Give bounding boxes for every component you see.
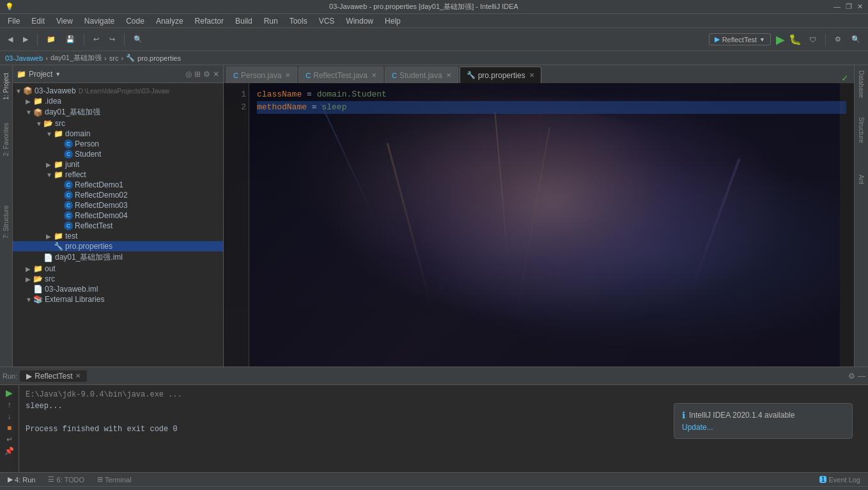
tab-person[interactable]: C Person.java ✕ (226, 67, 297, 83)
tree-item-day01iml[interactable]: 📄 day01_基础加强.iml (13, 251, 223, 264)
toolbar-search[interactable]: 🔍 (130, 34, 146, 45)
tree-item-junit[interactable]: ▶ 📁 junit (13, 159, 223, 170)
menu-navigate[interactable]: Navigate (79, 15, 120, 27)
structure-tab[interactable]: Structure (856, 115, 866, 146)
tree-dropdown-icon[interactable]: ▼ (55, 71, 61, 77)
tree-locate-btn[interactable]: ◎ (185, 70, 192, 79)
run-scroll-down[interactable]: ↓ (8, 412, 12, 421)
run-pin-btn[interactable]: 📌 (4, 447, 14, 455)
tree-item-webiml[interactable]: 📄 03-Javaweb.iml (13, 284, 223, 294)
menu-file[interactable]: File (3, 15, 25, 27)
tree-item-demo1[interactable]: C ReflectDemo1 (13, 180, 223, 190)
tree-expand-btn[interactable]: ⊞ (194, 70, 201, 79)
person-tab-close[interactable]: ✕ (285, 72, 290, 79)
run-wrap-btn[interactable]: ↵ (6, 435, 13, 444)
terminal-btab[interactable]: ⊞ Terminal (92, 475, 137, 484)
ant-tab[interactable]: Ant (856, 172, 866, 187)
tab-student[interactable]: C Student.java ✕ (385, 67, 458, 83)
tree-item-day01[interactable]: ▼ 📦 day01_基础加强 (13, 106, 223, 118)
tab-reflecttest[interactable]: C ReflectTest.java ✕ (298, 67, 384, 83)
debug-button[interactable]: 🐛 (789, 33, 802, 45)
toolbar-back[interactable]: ◀ (4, 34, 17, 45)
menu-run[interactable]: Run (259, 15, 283, 27)
student-tab-close[interactable]: ✕ (446, 72, 451, 79)
tree-item-reflecttest[interactable]: C ReflectTest (13, 221, 223, 231)
menu-analyze[interactable]: Analyze (151, 15, 189, 27)
minimize-btn[interactable]: — (833, 3, 841, 11)
tree-item-src2[interactable]: ▶ 📂 src (13, 274, 223, 284)
run-tab-close[interactable]: ✕ (75, 372, 81, 379)
tree-item-extlibs[interactable]: ▼ 📚 External Libraries (13, 294, 223, 304)
run-btab[interactable]: ▶ 4: Run (3, 475, 40, 484)
tree-item-src[interactable]: ▼ 📂 src (13, 118, 223, 129)
tree-item-demo03[interactable]: C ReflectDemo03 (13, 200, 223, 210)
database-tab[interactable]: Database (856, 68, 866, 100)
tree-item-demo02[interactable]: C ReflectDemo02 (13, 190, 223, 200)
breadcrumb-filename: pro.properties (137, 54, 181, 62)
menu-help[interactable]: Help (380, 15, 406, 27)
tree-item-out[interactable]: ▶ 📁 out (13, 264, 223, 274)
reflecttest-tab-close[interactable]: ✕ (371, 72, 376, 79)
structure-tab-label[interactable]: 7: Structure (1, 200, 12, 244)
code-content[interactable]: className = domain.Student methodName = … (249, 83, 854, 367)
menu-window[interactable]: Window (341, 15, 378, 27)
toolbar-undo[interactable]: ↩ (89, 34, 103, 45)
project-tab-label[interactable]: 1: Project (1, 68, 12, 105)
code-editor[interactable]: 1 2 className = domain.Student methodNam… (224, 83, 854, 367)
breadcrumb-module[interactable]: day01_基础加强 (50, 53, 102, 63)
tree-root[interactable]: ▼ 📦 03-Javaweb D:\Learn\IdeaProjects\03-… (13, 86, 223, 96)
todo-btab[interactable]: ☰ 6: TODO (43, 475, 89, 484)
tree-item-student[interactable]: C Student (13, 149, 223, 159)
tree-item-props[interactable]: 🔧 pro.properties (13, 241, 223, 251)
menu-build[interactable]: Build (230, 15, 258, 27)
toolbar-coverage[interactable]: 🛡 (805, 35, 820, 45)
person-label: Person (75, 139, 99, 148)
toolbar-settings[interactable]: ⚙ (831, 34, 845, 45)
event-log-btn[interactable]: 1 Event Log (814, 475, 865, 484)
tree-item-domain[interactable]: ▼ 📁 domain (13, 129, 223, 139)
run-config-dropdown[interactable]: ▶ ReflectTest ▼ (709, 33, 771, 45)
run-side-buttons: ▶ ↑ ↓ ■ ↵ 📌 (0, 385, 19, 472)
toolbar-redo[interactable]: ↪ (105, 34, 119, 45)
maximize-btn[interactable]: ❐ (846, 3, 852, 11)
toolbar-search2[interactable]: 🔍 (848, 34, 864, 45)
toolbar-open[interactable]: 📁 (43, 34, 59, 45)
run-tab[interactable]: ▶ ReflectTest ✕ (20, 370, 86, 382)
close-btn[interactable]: ✕ (857, 3, 863, 11)
menu-view[interactable]: View (51, 15, 78, 27)
breadcrumb: 03-Javaweb › day01_基础加强 › src › 🔧 pro.pr… (0, 51, 868, 65)
bottom-settings-btn[interactable]: ⚙ (848, 372, 855, 381)
toolbar-sep2 (84, 33, 84, 46)
menu-tools[interactable]: Tools (284, 15, 313, 27)
tree-item-test[interactable]: ▶ 📁 test (13, 231, 223, 241)
file-tree: 📁 Project ▼ ◎ ⊞ ⚙ ✕ ▼ 📦 03-Javaweb D:\Le… (13, 65, 224, 367)
run-button[interactable]: ▶ (776, 33, 785, 47)
run-play-btn[interactable]: ▶ (6, 388, 13, 398)
tree-item-reflect[interactable]: ▼ 📁 reflect (13, 170, 223, 180)
breadcrumb-src[interactable]: src (109, 54, 119, 62)
run-stop-btn[interactable]: ■ (7, 423, 12, 432)
run-scroll-up[interactable]: ↑ (8, 400, 12, 409)
toolbar-save[interactable]: 💾 (62, 34, 79, 45)
props-tab-close[interactable]: ✕ (529, 72, 534, 79)
reflect-label: reflect (65, 170, 86, 179)
favorites-tab-label[interactable]: 2: Favorites (1, 118, 12, 161)
tree-settings-btn[interactable]: ⚙ (203, 70, 210, 79)
root-arrow: ▼ (15, 88, 23, 95)
toolbar-sep4 (825, 33, 826, 46)
notif-update-link[interactable]: Update... (682, 423, 844, 432)
bottom-minimize-btn[interactable]: — (858, 372, 865, 381)
tree-item-demo04[interactable]: C ReflectDemo04 (13, 210, 223, 221)
breadcrumb-project[interactable]: 03-Javaweb (5, 54, 43, 62)
menu-vcs[interactable]: VCS (314, 15, 340, 27)
menu-refactor[interactable]: Refactor (190, 15, 229, 27)
menu-code[interactable]: Code (121, 15, 150, 27)
junit-arrow: ▶ (46, 161, 54, 168)
window-controls[interactable]: — ❐ ✕ (833, 3, 863, 11)
toolbar-forward[interactable]: ▶ (19, 34, 32, 45)
menu-edit[interactable]: Edit (26, 15, 50, 27)
tree-close-btn[interactable]: ✕ (213, 70, 219, 79)
tree-item-person[interactable]: C Person (13, 139, 223, 149)
tab-props[interactable]: 🔧 pro.properties ✕ (460, 67, 541, 83)
tree-item-idea[interactable]: ▶ 📁 .idea (13, 96, 223, 106)
